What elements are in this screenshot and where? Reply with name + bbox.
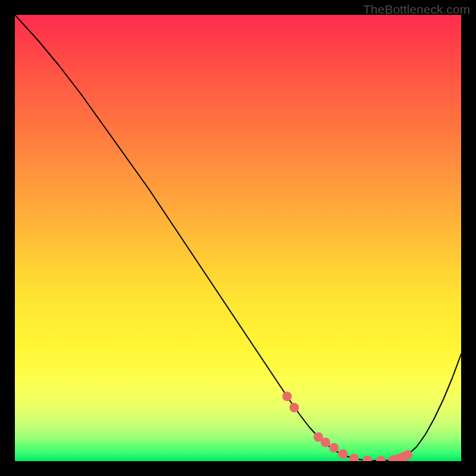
chart-container: TheBottleneck.com bbox=[0, 0, 476, 476]
gradient-background bbox=[15, 15, 461, 461]
plot-area bbox=[15, 15, 461, 461]
watermark-text: TheBottleneck.com bbox=[363, 2, 470, 17]
